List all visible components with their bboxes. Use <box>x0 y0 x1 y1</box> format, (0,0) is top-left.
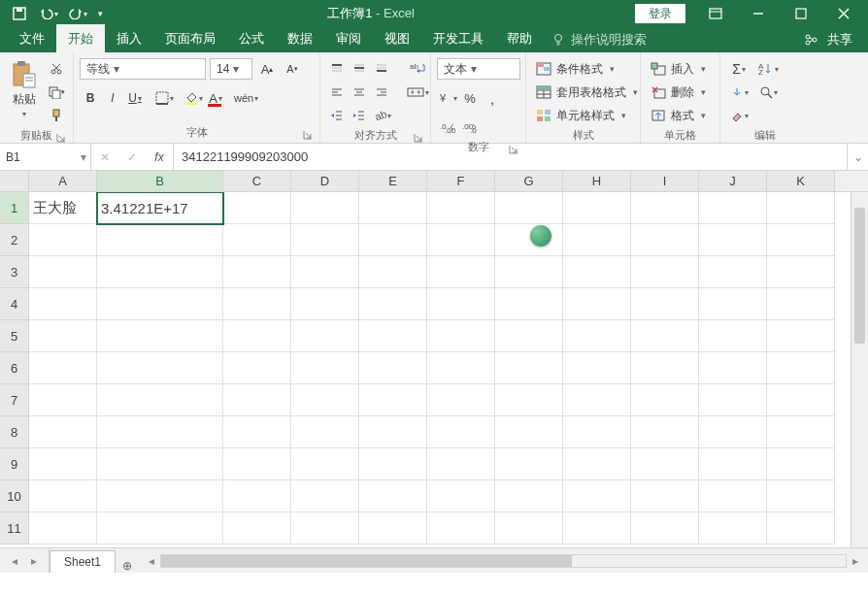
cell[interactable] <box>223 448 291 480</box>
row-header-8[interactable]: 8 <box>0 416 29 448</box>
dialog-launcher-icon[interactable] <box>55 132 67 144</box>
row-header-9[interactable]: 9 <box>0 448 29 480</box>
cell[interactable] <box>495 480 563 512</box>
row-header-5[interactable]: 5 <box>0 320 29 352</box>
cell-F1[interactable] <box>427 192 495 224</box>
cell[interactable] <box>29 352 97 384</box>
cell-A1[interactable]: 王大脸 <box>29 192 97 224</box>
cell[interactable] <box>97 224 223 256</box>
cell[interactable] <box>291 384 359 416</box>
sheet-nav-prev[interactable]: ◂ <box>6 552 23 570</box>
cell[interactable] <box>631 352 699 384</box>
cell[interactable] <box>631 256 699 288</box>
cell[interactable] <box>767 288 835 320</box>
tell-me-search[interactable]: 操作说明搜索 <box>544 31 654 52</box>
dialog-launcher-icon[interactable] <box>413 132 424 144</box>
new-sheet-button[interactable]: ⊕ <box>116 559 139 573</box>
sheet-nav-next[interactable]: ▸ <box>25 552 43 570</box>
cell[interactable] <box>291 352 359 384</box>
number-format-combo[interactable]: 文本▾ <box>437 58 520 80</box>
floating-assistant-icon[interactable] <box>530 225 551 247</box>
col-header-B[interactable]: B <box>97 171 223 191</box>
insert-cells-button[interactable]: 插入▾ <box>647 58 710 80</box>
cell[interactable] <box>563 352 631 384</box>
cell[interactable] <box>767 480 835 512</box>
format-as-table-button[interactable]: 套用表格格式▾ <box>532 82 642 103</box>
format-painter-button[interactable] <box>46 105 67 126</box>
cell[interactable] <box>223 480 291 512</box>
cell-E1[interactable] <box>359 192 427 224</box>
align-left-button[interactable] <box>326 82 348 103</box>
cell[interactable] <box>359 416 427 448</box>
cell[interactable] <box>291 224 359 256</box>
cell[interactable] <box>563 288 631 320</box>
col-header-E[interactable]: E <box>359 171 427 191</box>
cell[interactable] <box>427 480 495 512</box>
cell[interactable] <box>699 416 767 448</box>
horizontal-scrollbar[interactable]: ◂▸ <box>139 548 868 573</box>
cell[interactable] <box>699 352 767 384</box>
wrap-text-button[interactable]: ab <box>404 58 431 80</box>
row-header-10[interactable]: 10 <box>0 480 29 512</box>
cell[interactable] <box>767 320 835 352</box>
cell-G1[interactable] <box>495 192 563 224</box>
cell[interactable] <box>427 416 495 448</box>
align-top-button[interactable] <box>326 58 348 80</box>
format-cells-button[interactable]: 格式▾ <box>647 105 710 126</box>
col-header-A[interactable]: A <box>29 171 97 191</box>
cell[interactable] <box>631 384 699 416</box>
cell[interactable] <box>563 416 631 448</box>
cell[interactable] <box>563 320 631 352</box>
sheet-tab-1[interactable]: Sheet1 <box>50 550 116 573</box>
increase-indent-button[interactable] <box>349 105 370 126</box>
cell[interactable] <box>563 224 631 256</box>
cell[interactable] <box>29 416 97 448</box>
cell[interactable] <box>29 320 97 352</box>
cell[interactable] <box>631 224 699 256</box>
cell-D1[interactable] <box>291 192 359 224</box>
tab-developer[interactable]: 开发工具 <box>421 24 495 52</box>
cell[interactable] <box>767 448 835 480</box>
cell[interactable] <box>291 416 359 448</box>
font-name-combo[interactable]: 等线▾ <box>80 58 206 80</box>
fill-color-button[interactable]: ▾ <box>183 87 204 109</box>
cell[interactable] <box>767 224 835 256</box>
cell[interactable] <box>97 320 223 352</box>
cell[interactable] <box>359 320 427 352</box>
cell[interactable] <box>699 224 767 256</box>
paste-button[interactable]: 粘贴 ▾ <box>6 58 42 118</box>
align-middle-button[interactable] <box>349 58 370 80</box>
font-color-button[interactable]: A▾ <box>205 87 226 109</box>
cell[interactable] <box>767 384 835 416</box>
col-header-K[interactable]: K <box>767 171 835 191</box>
find-select-button[interactable]: ▾ <box>755 82 781 103</box>
autosum-button[interactable]: Σ▾ <box>726 58 751 80</box>
cell[interactable] <box>97 416 223 448</box>
conditional-formatting-button[interactable]: 条件格式▾ <box>532 58 642 80</box>
cell[interactable] <box>223 512 291 544</box>
cell[interactable] <box>699 256 767 288</box>
cell[interactable] <box>495 320 563 352</box>
increase-decimal-button[interactable]: .0.00 <box>437 116 458 138</box>
cell[interactable] <box>223 224 291 256</box>
cell[interactable] <box>563 512 631 544</box>
cell[interactable] <box>631 416 699 448</box>
cell[interactable] <box>427 448 495 480</box>
insert-function-button[interactable]: fx <box>146 144 173 170</box>
redo-button[interactable]: ▾ <box>64 2 91 25</box>
cell[interactable] <box>97 352 223 384</box>
cell[interactable] <box>97 448 223 480</box>
cell[interactable] <box>97 256 223 288</box>
cell[interactable] <box>359 480 427 512</box>
cell[interactable] <box>29 384 97 416</box>
col-header-C[interactable]: C <box>223 171 291 191</box>
cell[interactable] <box>97 288 223 320</box>
cell[interactable] <box>223 352 291 384</box>
cell[interactable] <box>97 512 223 544</box>
cell[interactable] <box>29 288 97 320</box>
cell[interactable] <box>563 256 631 288</box>
decrease-indent-button[interactable] <box>326 105 348 126</box>
cell[interactable] <box>699 384 767 416</box>
cell-K1[interactable] <box>767 192 835 224</box>
cell[interactable] <box>291 448 359 480</box>
